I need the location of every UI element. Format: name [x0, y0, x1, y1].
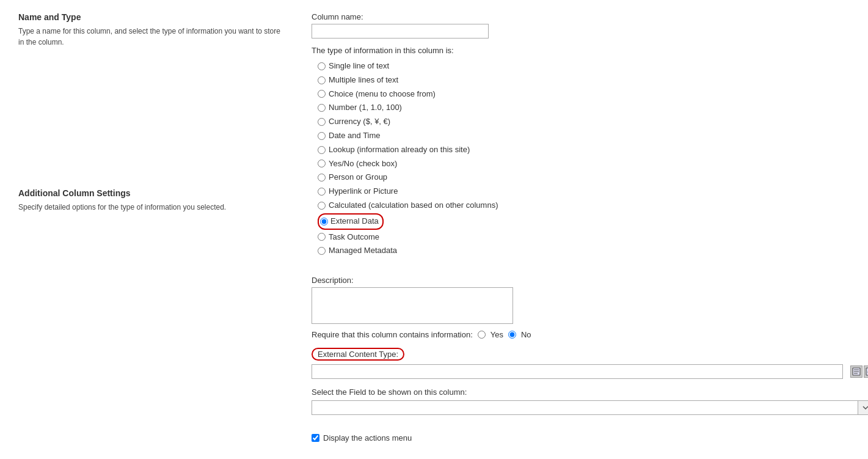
- radio-item-choice: Choice (menu to choose from): [318, 88, 868, 101]
- radio-item-datetime: Date and Time: [318, 130, 868, 142]
- radio-external-data[interactable]: [320, 218, 328, 226]
- description-label: Description:: [312, 276, 868, 285]
- external-content-type-label-wrapper: External Content Type:: [312, 348, 868, 364]
- radio-label-datetime[interactable]: Date and Time: [329, 130, 381, 142]
- radio-label-multiple-lines[interactable]: Multiple lines of text: [329, 74, 398, 87]
- radio-label-currency[interactable]: Currency ($, ¥, €): [329, 116, 390, 128]
- display-actions-menu-row: Display the actions menu: [312, 433, 868, 442]
- radio-hyperlink[interactable]: [318, 188, 326, 196]
- select-field-label: Select the Field to be shown on this col…: [312, 387, 868, 397]
- radio-choice[interactable]: [318, 90, 326, 98]
- radio-label-choice[interactable]: Choice (menu to choose from): [329, 88, 436, 101]
- radio-number[interactable]: [318, 104, 326, 112]
- radio-label-number[interactable]: Number (1, 1.0, 100): [329, 101, 402, 114]
- radio-task-outcome[interactable]: [318, 233, 326, 241]
- radio-item-task-outcome: Task Outcome: [318, 231, 868, 244]
- select-field-input[interactable]: [312, 400, 858, 415]
- radio-label-external-data[interactable]: External Data: [330, 215, 379, 228]
- separator: [312, 415, 868, 427]
- radio-item-single-line: Single line of text: [318, 60, 868, 73]
- external-content-type-label: External Content Type:: [312, 348, 404, 361]
- info-type-label: The type of information in this column i…: [312, 46, 868, 55]
- radio-datetime[interactable]: [318, 132, 326, 140]
- radio-yesno[interactable]: [318, 160, 326, 167]
- column-name-input[interactable]: [312, 24, 489, 39]
- additional-settings-desc: Specify detailed options for the type of…: [18, 202, 287, 213]
- radio-list: Single line of text Multiple lines of te…: [318, 60, 868, 257]
- name-and-type-desc: Type a name for this column, and select …: [18, 26, 287, 48]
- additional-settings-title: Additional Column Settings: [18, 188, 287, 198]
- radio-item-calculated: Calculated (calculation based on other c…: [318, 199, 868, 212]
- radio-item-managed-metadata: Managed Metadata: [318, 244, 868, 257]
- require-yes-radio[interactable]: [478, 331, 486, 339]
- radio-single-line[interactable]: [318, 62, 326, 70]
- external-content-type-input[interactable]: [312, 364, 843, 379]
- page-layout: Name and Type Type a name for this colum…: [18, 12, 850, 459]
- display-actions-menu-checkbox[interactable]: [312, 434, 319, 442]
- radio-currency[interactable]: [318, 118, 326, 126]
- radio-item-lookup: Lookup (information already on this site…: [318, 144, 868, 156]
- radio-label-yesno[interactable]: Yes/No (check box): [329, 158, 397, 171]
- additional-settings-section: Additional Column Settings Specify detai…: [18, 188, 287, 213]
- radio-label-managed-metadata[interactable]: Managed Metadata: [329, 244, 397, 257]
- radio-item-external-data: External Data: [318, 213, 868, 230]
- display-actions-menu-label[interactable]: Display the actions menu: [323, 433, 412, 442]
- external-content-type-section: External Content Type:: [312, 348, 868, 379]
- require-section: Require that this column contains inform…: [312, 330, 868, 339]
- separator2: [312, 442, 868, 455]
- require-no-label[interactable]: No: [521, 330, 531, 339]
- require-no-radio[interactable]: [508, 331, 516, 339]
- radio-label-task-outcome[interactable]: Task Outcome: [329, 231, 379, 244]
- radio-calculated[interactable]: [318, 202, 326, 210]
- radio-label-hyperlink[interactable]: Hyperlink or Picture: [329, 185, 398, 198]
- column-name-section: Column name:: [312, 12, 868, 39]
- radio-item-yesno: Yes/No (check box): [318, 158, 868, 171]
- column-name-label: Column name:: [312, 12, 868, 21]
- radio-label-person[interactable]: Person or Group: [329, 171, 387, 184]
- radio-label-lookup[interactable]: Lookup (information already on this site…: [329, 144, 470, 156]
- select-field-section: Select the Field to be shown on this col…: [312, 387, 868, 415]
- radio-item-hyperlink: Hyperlink or Picture: [318, 185, 868, 198]
- radio-label-calculated[interactable]: Calculated (calculation based on other c…: [329, 199, 498, 212]
- radio-managed-metadata[interactable]: [318, 247, 326, 255]
- radio-person[interactable]: [318, 174, 326, 182]
- external-content-refresh-icon[interactable]: [864, 365, 868, 378]
- radio-label-single-line[interactable]: Single line of text: [329, 60, 389, 73]
- external-data-circle: External Data: [318, 213, 384, 230]
- radio-item-currency: Currency ($, ¥, €): [318, 116, 868, 128]
- radio-item-multiple-lines: Multiple lines of text: [318, 74, 868, 87]
- radio-multiple-lines[interactable]: [318, 76, 326, 84]
- description-textarea[interactable]: [312, 287, 513, 324]
- radio-item-number: Number (1, 1.0, 100): [318, 101, 868, 114]
- require-yes-label[interactable]: Yes: [491, 330, 503, 339]
- external-content-type-row: [312, 364, 868, 379]
- name-and-type-title: Name and Type: [18, 12, 287, 22]
- select-field-dropdown-btn[interactable]: [858, 400, 868, 415]
- select-field-row: [312, 400, 868, 415]
- external-content-browse-icon[interactable]: [850, 365, 863, 378]
- description-section: Description:: [312, 276, 868, 324]
- radio-item-person: Person or Group: [318, 171, 868, 184]
- require-label: Require that this column contains inform…: [312, 330, 473, 339]
- right-panel: Column name: The type of information in …: [305, 12, 868, 459]
- left-panel: Name and Type Type a name for this colum…: [18, 12, 305, 459]
- additional-settings-right: Description: Require that this column co…: [312, 276, 868, 459]
- radio-lookup[interactable]: [318, 146, 326, 154]
